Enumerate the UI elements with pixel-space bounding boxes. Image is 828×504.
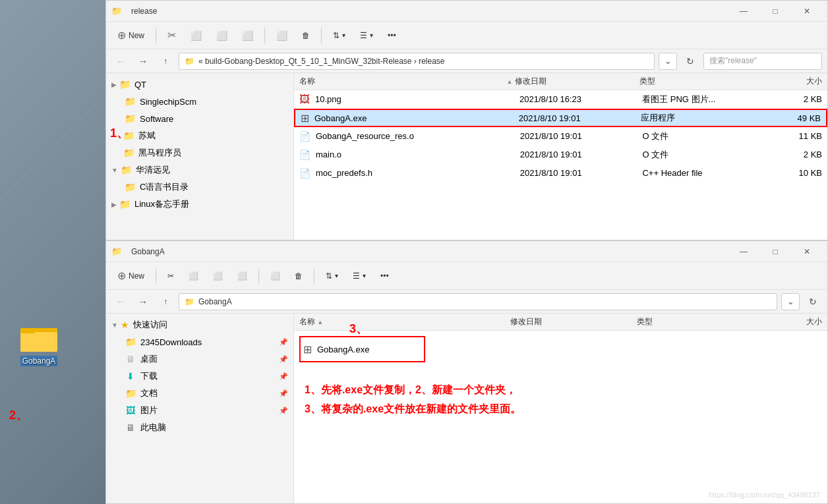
top-rename-btn[interactable]: ⬜ — [270, 27, 293, 44]
bottom-back-btn[interactable]: ← — [111, 293, 130, 311]
bottom-address-path[interactable]: 📁 GobangA — [179, 293, 777, 310]
top-share-icon: ⬜ — [242, 30, 253, 41]
top-forward-btn[interactable]: → — [134, 52, 152, 70]
bottom-share-btn[interactable]: ⬜ — [231, 268, 253, 284]
top-minimize-btn[interactable]: — — [728, 1, 759, 22]
thispc-label: 此电脑 — [140, 422, 166, 434]
top-view-btn[interactable]: ☰ ▾ — [354, 28, 379, 43]
annotation-3: 3、 — [349, 321, 368, 337]
docs-label: 文档 — [140, 387, 158, 399]
bottom-sidebar-desktop[interactable]: 🖥 桌面 📌 — [106, 350, 293, 368]
top-refresh-btn[interactable]: ↻ — [681, 53, 699, 70]
top-share-btn[interactable]: ⬜ — [236, 27, 259, 44]
sidebar-item-clang[interactable]: 📁 C语言书目录 — [106, 179, 293, 196]
file-row-moc-h[interactable]: 📄 moc_predefs.h 2021/8/10 19:01 C++ Head… — [294, 164, 827, 182]
top-search-placeholder: 搜索"release" — [709, 55, 757, 67]
bottom-sidebar-documents[interactable]: 📁 文档 📌 — [106, 385, 293, 402]
file-row-bottom-gobanga[interactable]: ⊞ GobangA.exe — [303, 340, 416, 358]
file-row-gobanga-exe[interactable]: ⊞ GobangA.exe 2021/8/10 19:01 应用程序 49 KB — [294, 109, 827, 127]
sidebar-item-qt[interactable]: ▶ 📁 QT — [106, 76, 293, 93]
bottom-rename-btn[interactable]: ⬜ — [264, 268, 286, 284]
file-size-main-o: 2 KB — [765, 150, 822, 159]
top-up-btn[interactable]: ↑ — [156, 52, 175, 70]
sidebar-item-heima[interactable]: 📁 黑马程序员 — [106, 144, 293, 161]
pics-icon: 🖼 — [125, 405, 136, 416]
bottom-refresh-btn[interactable]: ↻ — [804, 293, 822, 310]
file-row-resource-o[interactable]: 📄 GobangA_resource_res.o 2021/8/10 19:01… — [294, 127, 827, 146]
top-back-btn[interactable]: ← — [111, 52, 130, 70]
bottom-sidebar-pictures[interactable]: 🖼 图片 📌 — [106, 402, 293, 419]
bottom-sort-btn[interactable]: ⇅ ▾ — [320, 268, 344, 284]
bottom-more-btn[interactable]: ••• — [374, 268, 395, 284]
sidebar-item-singlechipscm[interactable]: 📁 SinglechipScm — [106, 93, 293, 110]
bottom-file-header: 名称 ▲ 修改日期 类型 大小 — [294, 314, 827, 331]
top-title: release — [126, 7, 728, 16]
bottom-view-btn[interactable]: ☰ ▾ — [347, 268, 372, 284]
singlechip-folder-icon: 📁 — [125, 96, 136, 107]
desktop-gobanga-icon[interactable]: GobangA — [9, 323, 69, 366]
bottom-new-icon: ⊕ — [117, 269, 126, 282]
bottom-sidebar-quickaccess[interactable]: ▼ ★ 快速访问 — [106, 316, 293, 333]
file-size-resource-o: 11 KB — [765, 131, 822, 141]
bottom-more-icon: ••• — [380, 271, 389, 281]
top-path-text: « build-Gobang-Desktop_Qt_5_10_1_MinGW_3… — [198, 57, 445, 66]
top-path-dropdown[interactable]: ⌄ — [659, 53, 677, 70]
singlechip-label: SinglechipScm — [140, 97, 196, 107]
bottom-forward-btn[interactable]: → — [134, 293, 152, 311]
bottom-content-area: ▼ ★ 快速访问 📁 2345Downloads 📌 🖥 桌面 📌 ⬇ 下载 — [106, 314, 827, 503]
downloads-label: 2345Downloads — [140, 337, 202, 347]
bottom-sort-arrow: ▾ — [335, 272, 338, 279]
bottom-new-btn[interactable]: ⊕ New — [111, 266, 150, 285]
top-delete-btn[interactable]: 🗑 — [296, 28, 316, 43]
file-row-10png[interactable]: 🖼 10.png 2021/8/10 16:23 看图王 PNG 图片... 2… — [294, 90, 827, 109]
bottom-rename-icon: ⬜ — [270, 271, 280, 281]
downloads-folder-icon: 📁 — [125, 336, 136, 348]
top-search-box[interactable]: 搜索"release" — [703, 53, 822, 70]
bottom-new-label: New — [129, 271, 144, 281]
thispc-icon: 🖥 — [125, 422, 136, 434]
bottom-cut-icon: ✂ — [167, 271, 174, 281]
top-copy-btn[interactable]: ⬜ — [185, 27, 208, 44]
sidebar-item-linux[interactable]: ▶ 📁 Linux备忘手册 — [106, 196, 293, 213]
bottom-sidebar-thispc[interactable]: 🖥 此电脑 — [106, 419, 293, 436]
docs-icon: 📁 — [125, 387, 136, 399]
sidebar-item-huaqing[interactable]: ▼ 📁 华清远见 — [106, 161, 293, 179]
dl-icon: ⬇ — [125, 370, 136, 382]
sidebar-item-subin[interactable]: 📁 苏斌 — [106, 127, 293, 144]
top-maximize-btn[interactable]: □ — [760, 1, 790, 22]
bottom-cut-btn[interactable]: ✂ — [162, 268, 180, 284]
blog-url: https://blog.csdn.net/qq_43498137 — [709, 491, 820, 499]
top-paste-btn[interactable]: ⬜ — [210, 27, 233, 44]
desktop-pin-icon: 📌 — [279, 355, 288, 364]
sidebar-item-software[interactable]: 📁 Software — [106, 110, 293, 127]
bottom-path-text: GobangA — [198, 297, 232, 306]
top-titlebar: 📁 release — □ ✕ — [106, 1, 827, 22]
bottom-sidebar-downloads[interactable]: ⬇ 下载 📌 — [106, 368, 293, 385]
file-row-main-o[interactable]: 📄 main.o 2021/8/10 19:01 O 文件 2 KB — [294, 146, 827, 164]
bottom-up-btn[interactable]: ↑ — [156, 293, 175, 311]
bottom-file-list: 名称 ▲ 修改日期 类型 大小 ⊞ GobangA.exe 1、先将. — [294, 314, 827, 503]
bottom-paste-btn[interactable]: ⬜ — [207, 268, 229, 284]
bottom-copy-icon: ⬜ — [189, 271, 198, 281]
bottom-maximize-btn[interactable]: □ — [760, 241, 790, 262]
top-more-btn[interactable]: ••• — [382, 28, 402, 43]
annotation-1: 1、 — [110, 125, 129, 141]
top-new-icon: ⊕ — [117, 29, 126, 42]
file-size-moc-h: 10 KB — [765, 168, 822, 178]
top-new-btn[interactable]: ⊕ New — [111, 26, 150, 45]
file-name-moc-h: moc_predefs.h — [316, 168, 520, 178]
bottom-copy-btn[interactable]: ⬜ — [183, 268, 204, 284]
top-address-path[interactable]: 📁 « build-Gobang-Desktop_Qt_5_10_1_MinGW… — [179, 53, 655, 70]
huaqing-label: 华清远见 — [136, 164, 170, 176]
bottom-minimize-btn[interactable]: — — [728, 241, 759, 262]
bottom-sidebar-2345downloads[interactable]: 📁 2345Downloads 📌 — [106, 333, 293, 350]
top-cut-btn[interactable]: ✂ — [162, 26, 182, 45]
bottom-close-btn[interactable]: ✕ — [792, 241, 822, 262]
file-date-10png: 2021/8/10 16:23 — [519, 94, 642, 104]
top-sort-btn[interactable]: ⇅ ▾ — [327, 28, 351, 43]
bottom-path-dropdown[interactable]: ⌄ — [781, 293, 800, 310]
pics-pin-icon: 📌 — [279, 406, 288, 415]
bottom-delete-btn[interactable]: 🗑 — [289, 268, 309, 284]
top-close-btn[interactable]: ✕ — [792, 1, 822, 22]
bottom-toolbar-sep3 — [314, 268, 314, 284]
